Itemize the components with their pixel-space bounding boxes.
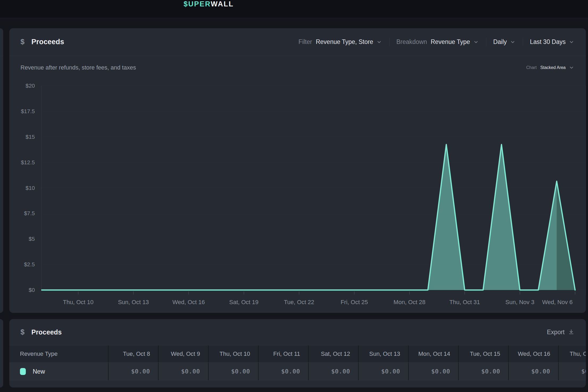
interval-value: Daily [493, 38, 507, 46]
chevron-down-icon [510, 39, 516, 45]
chart-subheader: Revenue after refunds, store fees, and t… [9, 56, 586, 79]
superwall-logo: $UPERWALL [184, 0, 234, 8]
table-card-header: $ Proceeds Export [9, 319, 586, 345]
table-header-cell: Sat, Oct 12 [309, 345, 359, 362]
table-value-cell: $0.00 [259, 363, 309, 380]
filter-label: Filter [299, 38, 312, 46]
control-separator [523, 38, 523, 46]
x-axis-label: Sat, Oct 19 [215, 299, 273, 306]
table-header-cell: Wed, Oct 9 [159, 345, 209, 362]
export-button[interactable]: Export [547, 329, 575, 336]
dollar-icon: $ [20, 38, 24, 46]
interval-dropdown[interactable]: Daily [493, 38, 516, 46]
y-axis-label: $12.5 [9, 159, 35, 166]
download-icon [568, 329, 575, 336]
breakdown-value: Revenue Type [431, 38, 470, 46]
x-axis-label: Tue, Oct 22 [270, 299, 328, 306]
chart-type-dropdown[interactable]: Chart Stacked Area [526, 64, 575, 71]
chevron-down-icon [473, 39, 479, 45]
x-axis-label: Sun, Oct 13 [104, 299, 163, 306]
table-header-cell: Tue, Oct 8 [109, 345, 159, 362]
table-value-cell: $0.00 [209, 363, 259, 380]
chart-type-label: Chart [526, 65, 537, 70]
stacked-area-chart[interactable] [41, 81, 586, 297]
chevron-down-icon [568, 64, 575, 71]
x-axis-label: Mon, Oct 28 [380, 299, 439, 306]
y-axis-label: $15 [9, 133, 35, 141]
y-axis-label: $0 [9, 286, 35, 294]
table-value-cell: $0.00 [559, 363, 586, 380]
chevron-down-icon [568, 39, 575, 45]
logo-text-primary: $UPER [184, 0, 211, 8]
table-value-cell: $0.00 [159, 363, 209, 380]
table-header-row: Revenue TypeTue, Oct 8Wed, Oct 9Thu, Oct… [9, 345, 586, 363]
proceeds-table-card: $ Proceeds Export Revenue TypeTue, Oct 8… [9, 319, 586, 387]
table-value-cell: $0.00 [359, 363, 409, 380]
x-axis-label: Thu, Oct 31 [436, 299, 494, 306]
dollar-icon: $ [20, 328, 24, 336]
chart-card-header: $ Proceeds Filter Revenue Type, Store Br… [9, 28, 586, 56]
chart-controls: Filter Revenue Type, Store Breakdown Rev… [299, 38, 575, 46]
table-header-cell: Fri, Oct 11 [259, 345, 309, 362]
table-header-cell: Thu, Oct 10 [209, 345, 259, 362]
date-range-dropdown[interactable]: Last 30 Days [530, 38, 575, 46]
control-separator [389, 38, 390, 46]
table-header-cell: Sun, Oct 13 [359, 345, 409, 362]
chevron-down-icon [376, 39, 382, 45]
y-axis-label: $17.5 [9, 108, 35, 115]
chart-type-value: Stacked Area [540, 65, 566, 70]
filter-value: Revenue Type, Store [316, 38, 373, 46]
table-header-cell: Thu, Oct 17 [559, 345, 586, 362]
proceeds-chart-card: $ Proceeds Filter Revenue Type, Store Br… [9, 28, 586, 313]
series-label: New [33, 363, 45, 380]
filter-dropdown[interactable]: Filter Revenue Type, Store [299, 38, 382, 46]
y-axis-label: $7.5 [9, 210, 35, 217]
chart-plot-area: $20$17.5$15$12.5$10$7.5$5$2.5$0 Thu, Oct… [9, 79, 586, 313]
date-range-value: Last 30 Days [530, 38, 566, 46]
chart-subtitle: Revenue after refunds, store fees, and t… [20, 64, 136, 71]
peek-card-left-chart [0, 28, 3, 313]
y-axis-label: $20 [9, 82, 35, 89]
app-root: $UPERWALL $ Proceeds Filter Revenue Type… [0, 0, 588, 392]
table-value-cell: $0.00 [309, 363, 359, 380]
y-axis-label: $2.5 [9, 261, 35, 268]
x-axis-label: Fri, Oct 25 [325, 299, 384, 306]
table-title: Proceeds [31, 328, 62, 336]
proceeds-table: Revenue TypeTue, Oct 8Wed, Oct 9Thu, Oct… [9, 345, 586, 381]
series-swatch [20, 368, 26, 375]
table-header-cell: Wed, Oct 16 [509, 345, 559, 362]
control-separator [486, 38, 486, 46]
table-header-cell: Mon, Oct 14 [409, 345, 459, 362]
table-value-cell: $0.00 [509, 363, 559, 380]
table-header-cell: Tue, Oct 15 [459, 345, 509, 362]
logo-text-secondary: WALL [211, 0, 234, 8]
breakdown-dropdown[interactable]: Breakdown Revenue Type [396, 38, 479, 46]
table-value-cell: $0.00 [459, 363, 509, 380]
x-axis-label: Wed, Nov 6 [528, 299, 586, 306]
table-value-cell: $0.00 [409, 363, 459, 380]
table-row: New$0.00$0.00$0.00$0.00$0.00$0.00$0.00$0… [9, 363, 586, 381]
export-label: Export [547, 329, 565, 336]
y-axis-label: $5 [9, 235, 35, 243]
x-axis-label: Thu, Oct 10 [49, 299, 107, 306]
top-bar: $UPERWALL [0, 0, 588, 18]
peek-card-left-table [0, 319, 3, 387]
breakdown-label: Breakdown [396, 38, 427, 46]
row-label-cell: New [9, 363, 109, 380]
x-axis-label: Wed, Oct 16 [159, 299, 218, 306]
y-axis-label: $10 [9, 184, 35, 192]
table-value-cell: $0.00 [109, 363, 159, 380]
table-header-revenue-type: Revenue Type [9, 345, 109, 362]
table-body: New$0.00$0.00$0.00$0.00$0.00$0.00$0.00$0… [9, 363, 586, 381]
page-title: Proceeds [31, 38, 64, 46]
